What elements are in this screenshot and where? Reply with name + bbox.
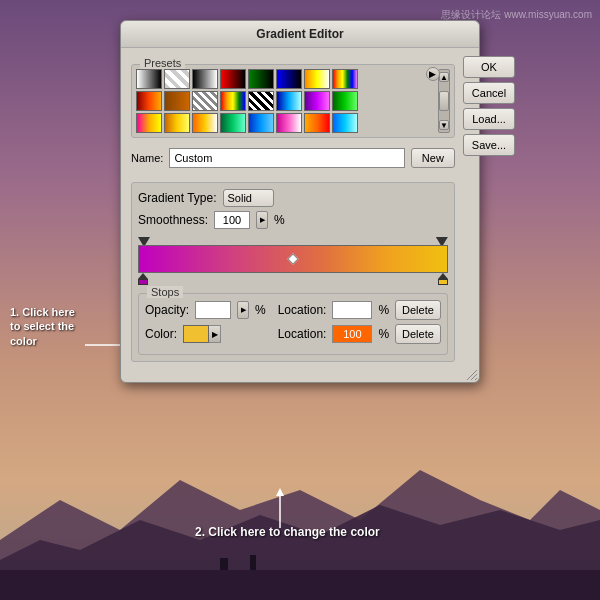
- type-row: Gradient Type: Solid Noise: [138, 189, 448, 207]
- gradient-midpoint[interactable]: [287, 253, 298, 264]
- color-stop-row: Color: ▶ Location: % Delete: [145, 324, 441, 344]
- preset-swatch-7[interactable]: [304, 69, 330, 89]
- save-button[interactable]: Save...: [463, 134, 515, 156]
- resize-corner[interactable]: [467, 370, 477, 380]
- gradient-bar-container: [138, 237, 448, 289]
- smoothness-value: 100: [214, 211, 250, 229]
- preset-swatch-20[interactable]: [220, 113, 246, 133]
- preset-swatch-23[interactable]: [304, 113, 330, 133]
- opacity-stop-row: Opacity: ▶ % Location: % Delete: [145, 300, 441, 320]
- smoothness-percent: %: [274, 213, 285, 227]
- preset-swatch-2[interactable]: [164, 69, 190, 89]
- opacity-location-label: Location:: [278, 303, 327, 317]
- smoothness-stepper[interactable]: ▶: [256, 211, 268, 229]
- preset-swatch-11[interactable]: [192, 91, 218, 111]
- presets-section: Presets ▶: [131, 64, 455, 138]
- presets-option-button[interactable]: ▶: [426, 67, 440, 81]
- dialog-button-panel: OK Cancel Load... Save...: [463, 56, 515, 362]
- presets-label: Presets: [140, 57, 185, 69]
- preset-swatch-4[interactable]: [220, 69, 246, 89]
- color-stop-left[interactable]: [138, 273, 148, 285]
- opacity-input[interactable]: [195, 301, 231, 319]
- top-stops: [138, 237, 448, 245]
- color-location-label: Location:: [278, 327, 327, 341]
- opacity-location-input[interactable]: [332, 301, 372, 319]
- gradient-type-section: Gradient Type: Solid Noise Smoothness: 1…: [131, 182, 455, 362]
- name-field-label: Name:: [131, 152, 163, 164]
- svg-rect-2: [0, 570, 600, 600]
- svg-rect-4: [250, 555, 256, 570]
- gradient-editor-dialog: Gradient Editor Presets ▶: [120, 20, 480, 383]
- scroll-down-arrow[interactable]: ▼: [439, 120, 449, 130]
- smoothness-row: Smoothness: 100 ▶ %: [138, 211, 448, 229]
- preset-swatch-12[interactable]: [220, 91, 246, 111]
- color-stop-right[interactable]: [438, 273, 448, 285]
- preset-swatch-3[interactable]: [192, 69, 218, 89]
- preset-swatch-5[interactable]: [248, 69, 274, 89]
- opacity-delete-button[interactable]: Delete: [395, 300, 441, 320]
- new-button[interactable]: New: [411, 148, 455, 168]
- opacity-label: Opacity:: [145, 303, 189, 317]
- preset-swatch-19[interactable]: [192, 113, 218, 133]
- gradient-type-label: Gradient Type:: [138, 191, 217, 205]
- preset-swatch-15[interactable]: [304, 91, 330, 111]
- gradient-type-select[interactable]: Solid Noise: [223, 189, 274, 207]
- presets-scroll-area: ▲ ▼: [136, 69, 450, 133]
- color-location-percent: %: [378, 327, 389, 341]
- smoothness-label: Smoothness:: [138, 213, 208, 227]
- dialog-title-bar: Gradient Editor: [121, 21, 479, 48]
- preset-swatch-6[interactable]: [276, 69, 302, 89]
- color-location-input[interactable]: [332, 325, 372, 343]
- preset-swatch-10[interactable]: [164, 91, 190, 111]
- preset-swatch-21[interactable]: [248, 113, 274, 133]
- load-button[interactable]: Load...: [463, 108, 515, 130]
- stops-section: Stops Opacity: ▶ % Location:: [138, 293, 448, 355]
- preset-swatch-13[interactable]: [248, 91, 274, 111]
- name-row: Name: New: [131, 148, 455, 168]
- opacity-location-percent: %: [378, 303, 389, 317]
- dialog-title: Gradient Editor: [256, 27, 343, 41]
- stops-label: Stops: [147, 286, 183, 298]
- preset-swatch-17[interactable]: [136, 113, 162, 133]
- opacity-percent: %: [255, 303, 266, 317]
- preset-swatch-14[interactable]: [276, 91, 302, 111]
- svg-line-11: [475, 378, 477, 380]
- gradient-preview-bar[interactable]: [138, 245, 448, 273]
- scroll-thumb[interactable]: [439, 91, 449, 111]
- scroll-up-arrow[interactable]: ▲: [439, 72, 449, 82]
- ok-button[interactable]: OK: [463, 56, 515, 78]
- color-swatch-arrow[interactable]: ▶: [209, 325, 221, 343]
- preset-swatch-24[interactable]: [332, 113, 358, 133]
- cancel-button[interactable]: Cancel: [463, 82, 515, 104]
- color-swatch-area[interactable]: ▶: [183, 325, 221, 343]
- preset-swatch-16[interactable]: [332, 91, 358, 111]
- svg-marker-8: [276, 488, 284, 496]
- name-input[interactable]: [169, 148, 404, 168]
- preset-swatch-8[interactable]: [332, 69, 358, 89]
- bottom-stops: [138, 273, 448, 289]
- color-delete-button[interactable]: Delete: [395, 324, 441, 344]
- preset-swatch-9[interactable]: [136, 91, 162, 111]
- color-swatch-preview[interactable]: [183, 325, 209, 343]
- preset-swatch-18[interactable]: [164, 113, 190, 133]
- arrow-2: [270, 488, 290, 528]
- opacity-stepper[interactable]: ▶: [237, 301, 249, 319]
- preset-swatch-1[interactable]: [136, 69, 162, 89]
- svg-rect-3: [220, 558, 228, 570]
- color-stop-label: Color:: [145, 327, 177, 341]
- mountains-silhouette: [0, 440, 600, 600]
- preset-swatch-22[interactable]: [276, 113, 302, 133]
- presets-scrollbar[interactable]: ▲ ▼: [438, 69, 450, 133]
